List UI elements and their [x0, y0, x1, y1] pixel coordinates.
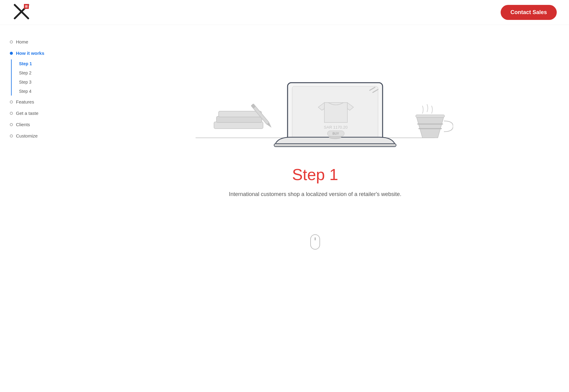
header: Contact Sales — [0, 0, 569, 24]
step-description: International customers shop a localized… — [229, 191, 402, 198]
sidebar-dot-how-it-works — [10, 52, 13, 55]
sidebar-label-home: Home — [16, 39, 28, 44]
svg-text:SAR 1170.20: SAR 1170.20 — [324, 125, 347, 130]
sidebar-item-features[interactable]: Features — [6, 97, 61, 107]
sidebar-dot-clients — [10, 123, 13, 126]
mouse-wheel — [315, 237, 316, 240]
illustration-svg: SAR 1170.20 BUY — [177, 43, 453, 147]
svg-text:BUY: BUY — [332, 132, 339, 135]
sidebar-label-features: Features — [16, 99, 34, 104]
scroll-indicator — [310, 210, 320, 262]
svg-rect-4 — [25, 5, 28, 8]
sidebar-item-clients[interactable]: Clients — [6, 119, 61, 130]
svg-rect-14 — [274, 144, 396, 147]
svg-rect-8 — [219, 111, 262, 117]
sidebar: Home How it works Step 1 Step 2 Step 3 S… — [0, 24, 61, 153]
sidebar-dot-home — [10, 40, 13, 43]
sidebar-sub-item-step2[interactable]: Step 2 — [16, 69, 61, 77]
sidebar-label-get-a-taste: Get a taste — [16, 111, 38, 116]
sidebar-label-clients: Clients — [16, 122, 30, 127]
sidebar-item-get-a-taste[interactable]: Get a taste — [6, 108, 61, 118]
illustration-area: SAR 1170.20 BUY — [61, 24, 569, 147]
sidebar-item-customize[interactable]: Customize — [6, 131, 61, 141]
main-content: SAR 1170.20 BUY — [61, 0, 569, 262]
sidebar-dot-get-a-taste — [10, 112, 13, 115]
sidebar-sub-item-step1[interactable]: Step 1 — [16, 59, 61, 68]
step-title: Step 1 — [229, 165, 402, 184]
svg-rect-7 — [216, 116, 262, 123]
step-content: Step 1 International customers shop a lo… — [223, 147, 408, 210]
sidebar-label-how-it-works: How it works — [16, 51, 44, 56]
sidebar-dot-customize — [10, 134, 13, 138]
svg-rect-23 — [416, 115, 445, 117]
sidebar-item-home[interactable]: Home — [6, 37, 61, 47]
svg-rect-6 — [214, 122, 263, 129]
contact-sales-button[interactable]: Contact Sales — [501, 5, 557, 20]
sidebar-sub-item-step3[interactable]: Step 3 — [16, 78, 61, 86]
sidebar-item-how-it-works[interactable]: How it works — [6, 48, 61, 58]
sidebar-label-customize: Customize — [16, 133, 38, 138]
sidebar-dot-features — [10, 100, 13, 104]
mouse-icon — [310, 234, 320, 250]
logo — [12, 2, 31, 22]
sidebar-sub-items: Step 1 Step 2 Step 3 Step 4 — [6, 59, 61, 96]
sidebar-sub-item-step4[interactable]: Step 4 — [16, 87, 61, 96]
